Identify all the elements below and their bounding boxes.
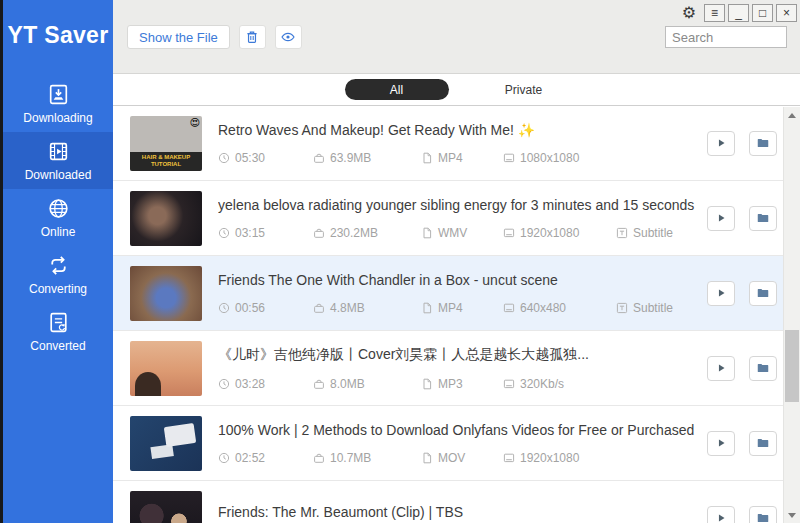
scrollbar-thumb[interactable] bbox=[785, 330, 799, 402]
clock-icon bbox=[218, 302, 230, 314]
chevron-down-icon bbox=[788, 513, 796, 518]
app-window: YT Saver Downloading Downloaded Online C… bbox=[0, 0, 800, 523]
show-the-file-button[interactable]: Show the File bbox=[127, 25, 230, 49]
sidebar-item-downloaded[interactable]: Downloaded bbox=[3, 132, 113, 189]
resolution: 1920x1080 bbox=[503, 226, 616, 240]
window-controls: ⚙ ≡ _ □ × bbox=[682, 4, 797, 22]
resolution: 1080x1080 bbox=[503, 151, 616, 165]
preview-button[interactable] bbox=[275, 25, 302, 49]
video-title: Retro Waves And Makeup! Get Ready With M… bbox=[218, 122, 697, 138]
row-actions bbox=[707, 131, 777, 156]
open-folder-button[interactable] bbox=[749, 431, 777, 456]
video-row[interactable]: 《儿时》吉他纯净版丨Cover刘昊霖丨人总是越长大越孤独... 03:28 8.… bbox=[113, 331, 783, 406]
menu-button[interactable]: ≡ bbox=[704, 4, 725, 22]
file-size: 4.8MB bbox=[313, 301, 421, 315]
sidebar-item-online[interactable]: Online bbox=[3, 189, 113, 246]
open-folder-button[interactable] bbox=[749, 131, 777, 156]
size-icon bbox=[313, 302, 325, 314]
toolbar-row: Show the File bbox=[127, 25, 787, 49]
minimize-button[interactable]: _ bbox=[728, 4, 749, 22]
globe-icon bbox=[46, 196, 71, 221]
play-button[interactable] bbox=[707, 506, 735, 523]
resolution-icon bbox=[503, 152, 515, 164]
video-meta: 02:52 10.7MB MOV 1920x1080 bbox=[218, 451, 697, 465]
size-icon bbox=[313, 152, 325, 164]
delete-button[interactable] bbox=[239, 25, 266, 49]
file-icon bbox=[421, 302, 433, 314]
sidebar-item-label: Downloaded bbox=[25, 168, 92, 182]
file-size: 230.2MB bbox=[313, 226, 421, 240]
file-format: MP4 bbox=[421, 301, 503, 315]
sidebar-item-label: Downloading bbox=[23, 111, 92, 125]
video-thumbnail bbox=[130, 191, 202, 246]
play-icon bbox=[714, 511, 728, 523]
sidebar-item-converting[interactable]: Converting bbox=[3, 246, 113, 303]
top-toolbar: ⚙ ≡ _ □ × Show the File bbox=[113, 0, 800, 74]
resolution-icon bbox=[503, 227, 515, 239]
main-panel: ⚙ ≡ _ □ × Show the File All Private bbox=[113, 0, 800, 523]
video-title: Friends: The Mr. Beaumont (Clip) | TBS bbox=[218, 504, 697, 520]
maximize-button[interactable]: □ bbox=[752, 4, 773, 22]
video-meta: 05:30 63.9MB MP4 1080x1080 bbox=[218, 151, 697, 165]
video-row[interactable]: yelena belova radiating younger sibling … bbox=[113, 181, 783, 256]
play-button[interactable] bbox=[707, 131, 735, 156]
resolution-icon bbox=[503, 378, 515, 390]
trash-icon bbox=[244, 29, 260, 45]
scroll-up-button[interactable] bbox=[784, 107, 800, 123]
tab-private[interactable]: Private bbox=[479, 83, 569, 97]
resolution: 1920x1080 bbox=[503, 451, 616, 465]
sidebar: YT Saver Downloading Downloaded Online C… bbox=[3, 0, 113, 523]
app-logo: YT Saver bbox=[3, 0, 113, 49]
scroll-down-button[interactable] bbox=[784, 507, 800, 523]
play-button[interactable] bbox=[707, 206, 735, 231]
download-icon bbox=[46, 82, 71, 107]
sidebar-item-downloading[interactable]: Downloading bbox=[3, 75, 113, 132]
file-icon bbox=[421, 378, 433, 390]
duration: 05:30 bbox=[218, 151, 313, 165]
play-icon bbox=[714, 436, 728, 450]
folder-icon bbox=[756, 211, 770, 225]
folder-icon bbox=[756, 361, 770, 375]
video-title: yelena belova radiating younger sibling … bbox=[218, 197, 697, 213]
open-folder-button[interactable] bbox=[749, 281, 777, 306]
bitrate: 320Kb/s bbox=[503, 377, 616, 391]
video-row[interactable]: Friends: The Mr. Beaumont (Clip) | TBS bbox=[113, 481, 783, 523]
open-folder-button[interactable] bbox=[749, 206, 777, 231]
file-format: MOV bbox=[421, 451, 503, 465]
filter-tabbar: All Private bbox=[113, 74, 800, 106]
video-list: 😍 HAIR & MAKEUP TUTORIAL Retro Waves And… bbox=[113, 106, 800, 523]
video-row[interactable]: Friends The One With Chandler in a Box -… bbox=[113, 256, 783, 331]
resolution-icon bbox=[503, 302, 515, 314]
close-button[interactable]: × bbox=[776, 4, 797, 22]
file-size: 10.7MB bbox=[313, 451, 421, 465]
subtitle-badge: Subtitle bbox=[616, 301, 673, 315]
chevron-up-icon bbox=[788, 113, 796, 118]
resolution-icon bbox=[503, 452, 515, 464]
file-format: MP4 bbox=[421, 151, 503, 165]
subtitle-badge: Subtitle bbox=[616, 226, 673, 240]
play-button[interactable] bbox=[707, 431, 735, 456]
sidebar-item-label: Online bbox=[41, 225, 76, 239]
open-folder-button[interactable] bbox=[749, 506, 777, 523]
row-actions bbox=[707, 506, 777, 523]
row-actions bbox=[707, 281, 777, 306]
file-icon bbox=[421, 452, 433, 464]
video-row[interactable]: 100% Work | 2 Methods to Download Onlyfa… bbox=[113, 406, 783, 481]
video-thumbnail bbox=[130, 416, 202, 471]
tab-all[interactable]: All bbox=[345, 79, 449, 100]
sidebar-nav: Downloading Downloaded Online Converting… bbox=[3, 75, 113, 360]
sidebar-item-converted[interactable]: Converted bbox=[3, 303, 113, 360]
search-input[interactable] bbox=[665, 26, 787, 48]
play-icon bbox=[714, 286, 728, 300]
play-button[interactable] bbox=[707, 281, 735, 306]
scrollbar[interactable] bbox=[783, 107, 800, 523]
resolution: 640x480 bbox=[503, 301, 616, 315]
open-folder-button[interactable] bbox=[749, 356, 777, 381]
play-button[interactable] bbox=[707, 356, 735, 381]
gear-icon[interactable]: ⚙ bbox=[682, 5, 696, 21]
duration: 00:56 bbox=[218, 301, 313, 315]
folder-icon bbox=[756, 286, 770, 300]
video-row[interactable]: 😍 HAIR & MAKEUP TUTORIAL Retro Waves And… bbox=[113, 106, 783, 181]
sidebar-item-label: Converted bbox=[30, 339, 85, 353]
size-icon bbox=[313, 227, 325, 239]
